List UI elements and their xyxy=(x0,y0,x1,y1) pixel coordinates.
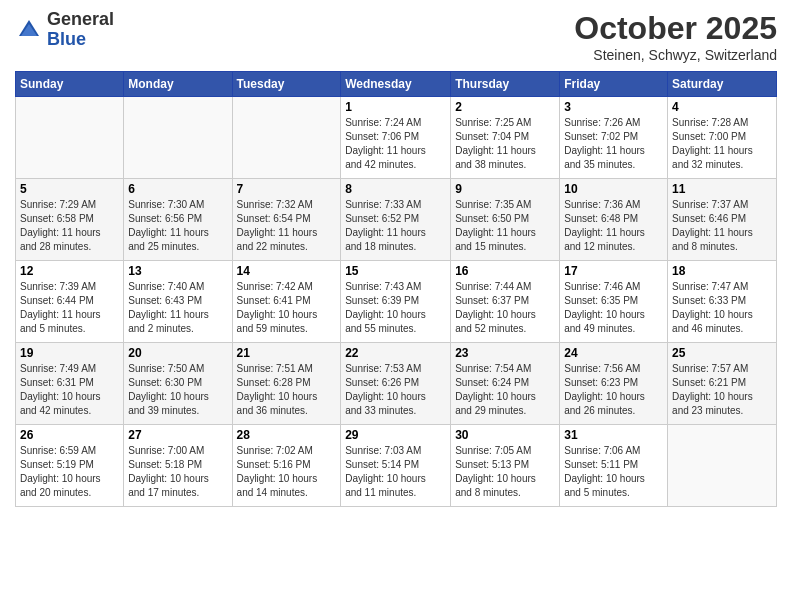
calendar-header-row: SundayMondayTuesdayWednesdayThursdayFrid… xyxy=(16,72,777,97)
title-section: October 2025 Steinen, Schwyz, Switzerlan… xyxy=(574,10,777,63)
calendar-cell: 26Sunrise: 6:59 AM Sunset: 5:19 PM Dayli… xyxy=(16,425,124,507)
day-number: 19 xyxy=(20,346,119,360)
day-info: Sunrise: 7:02 AM Sunset: 5:16 PM Dayligh… xyxy=(237,444,337,500)
calendar-cell: 19Sunrise: 7:49 AM Sunset: 6:31 PM Dayli… xyxy=(16,343,124,425)
day-info: Sunrise: 7:50 AM Sunset: 6:30 PM Dayligh… xyxy=(128,362,227,418)
day-number: 4 xyxy=(672,100,772,114)
day-number: 23 xyxy=(455,346,555,360)
day-number: 31 xyxy=(564,428,663,442)
day-number: 3 xyxy=(564,100,663,114)
day-number: 25 xyxy=(672,346,772,360)
day-number: 7 xyxy=(237,182,337,196)
day-info: Sunrise: 7:06 AM Sunset: 5:11 PM Dayligh… xyxy=(564,444,663,500)
day-number: 8 xyxy=(345,182,446,196)
calendar-week-4: 19Sunrise: 7:49 AM Sunset: 6:31 PM Dayli… xyxy=(16,343,777,425)
day-number: 2 xyxy=(455,100,555,114)
calendar-cell: 7Sunrise: 7:32 AM Sunset: 6:54 PM Daylig… xyxy=(232,179,341,261)
day-info: Sunrise: 7:39 AM Sunset: 6:44 PM Dayligh… xyxy=(20,280,119,336)
day-info: Sunrise: 7:24 AM Sunset: 7:06 PM Dayligh… xyxy=(345,116,446,172)
day-number: 10 xyxy=(564,182,663,196)
header: General Blue October 2025 Steinen, Schwy… xyxy=(15,10,777,63)
logo: General Blue xyxy=(15,10,114,50)
day-info: Sunrise: 7:25 AM Sunset: 7:04 PM Dayligh… xyxy=(455,116,555,172)
day-info: Sunrise: 7:51 AM Sunset: 6:28 PM Dayligh… xyxy=(237,362,337,418)
day-info: Sunrise: 7:42 AM Sunset: 6:41 PM Dayligh… xyxy=(237,280,337,336)
day-info: Sunrise: 7:40 AM Sunset: 6:43 PM Dayligh… xyxy=(128,280,227,336)
calendar-cell: 25Sunrise: 7:57 AM Sunset: 6:21 PM Dayli… xyxy=(668,343,777,425)
day-number: 16 xyxy=(455,264,555,278)
calendar-cell: 18Sunrise: 7:47 AM Sunset: 6:33 PM Dayli… xyxy=(668,261,777,343)
day-info: Sunrise: 7:00 AM Sunset: 5:18 PM Dayligh… xyxy=(128,444,227,500)
day-info: Sunrise: 7:54 AM Sunset: 6:24 PM Dayligh… xyxy=(455,362,555,418)
day-number: 11 xyxy=(672,182,772,196)
day-info: Sunrise: 7:36 AM Sunset: 6:48 PM Dayligh… xyxy=(564,198,663,254)
day-info: Sunrise: 7:57 AM Sunset: 6:21 PM Dayligh… xyxy=(672,362,772,418)
calendar-cell: 13Sunrise: 7:40 AM Sunset: 6:43 PM Dayli… xyxy=(124,261,232,343)
day-info: Sunrise: 7:44 AM Sunset: 6:37 PM Dayligh… xyxy=(455,280,555,336)
day-number: 12 xyxy=(20,264,119,278)
calendar-table: SundayMondayTuesdayWednesdayThursdayFrid… xyxy=(15,71,777,507)
day-number: 29 xyxy=(345,428,446,442)
logo-text: General Blue xyxy=(47,10,114,50)
calendar-cell: 5Sunrise: 7:29 AM Sunset: 6:58 PM Daylig… xyxy=(16,179,124,261)
calendar-cell xyxy=(668,425,777,507)
calendar-header-wednesday: Wednesday xyxy=(341,72,451,97)
calendar-cell: 8Sunrise: 7:33 AM Sunset: 6:52 PM Daylig… xyxy=(341,179,451,261)
day-info: Sunrise: 7:30 AM Sunset: 6:56 PM Dayligh… xyxy=(128,198,227,254)
calendar-cell: 15Sunrise: 7:43 AM Sunset: 6:39 PM Dayli… xyxy=(341,261,451,343)
day-number: 13 xyxy=(128,264,227,278)
calendar-header-thursday: Thursday xyxy=(451,72,560,97)
calendar-week-2: 5Sunrise: 7:29 AM Sunset: 6:58 PM Daylig… xyxy=(16,179,777,261)
day-info: Sunrise: 7:33 AM Sunset: 6:52 PM Dayligh… xyxy=(345,198,446,254)
day-number: 6 xyxy=(128,182,227,196)
day-number: 15 xyxy=(345,264,446,278)
calendar-cell xyxy=(16,97,124,179)
day-number: 26 xyxy=(20,428,119,442)
day-info: Sunrise: 7:49 AM Sunset: 6:31 PM Dayligh… xyxy=(20,362,119,418)
day-number: 24 xyxy=(564,346,663,360)
calendar-cell: 22Sunrise: 7:53 AM Sunset: 6:26 PM Dayli… xyxy=(341,343,451,425)
month-title: October 2025 xyxy=(574,10,777,47)
day-number: 28 xyxy=(237,428,337,442)
day-info: Sunrise: 7:53 AM Sunset: 6:26 PM Dayligh… xyxy=(345,362,446,418)
logo-icon xyxy=(15,16,43,44)
calendar-cell: 31Sunrise: 7:06 AM Sunset: 5:11 PM Dayli… xyxy=(560,425,668,507)
day-info: Sunrise: 7:05 AM Sunset: 5:13 PM Dayligh… xyxy=(455,444,555,500)
calendar-cell: 10Sunrise: 7:36 AM Sunset: 6:48 PM Dayli… xyxy=(560,179,668,261)
calendar-week-5: 26Sunrise: 6:59 AM Sunset: 5:19 PM Dayli… xyxy=(16,425,777,507)
calendar-cell xyxy=(124,97,232,179)
calendar-cell: 29Sunrise: 7:03 AM Sunset: 5:14 PM Dayli… xyxy=(341,425,451,507)
day-info: Sunrise: 7:35 AM Sunset: 6:50 PM Dayligh… xyxy=(455,198,555,254)
calendar-header-sunday: Sunday xyxy=(16,72,124,97)
calendar-cell: 9Sunrise: 7:35 AM Sunset: 6:50 PM Daylig… xyxy=(451,179,560,261)
calendar-header-saturday: Saturday xyxy=(668,72,777,97)
day-number: 27 xyxy=(128,428,227,442)
calendar-header-friday: Friday xyxy=(560,72,668,97)
day-number: 14 xyxy=(237,264,337,278)
day-info: Sunrise: 7:56 AM Sunset: 6:23 PM Dayligh… xyxy=(564,362,663,418)
calendar-cell: 16Sunrise: 7:44 AM Sunset: 6:37 PM Dayli… xyxy=(451,261,560,343)
calendar-cell: 11Sunrise: 7:37 AM Sunset: 6:46 PM Dayli… xyxy=(668,179,777,261)
day-info: Sunrise: 6:59 AM Sunset: 5:19 PM Dayligh… xyxy=(20,444,119,500)
page-container: General Blue October 2025 Steinen, Schwy… xyxy=(0,0,792,517)
day-number: 17 xyxy=(564,264,663,278)
calendar-cell: 17Sunrise: 7:46 AM Sunset: 6:35 PM Dayli… xyxy=(560,261,668,343)
day-number: 5 xyxy=(20,182,119,196)
calendar-cell: 21Sunrise: 7:51 AM Sunset: 6:28 PM Dayli… xyxy=(232,343,341,425)
day-number: 21 xyxy=(237,346,337,360)
day-number: 9 xyxy=(455,182,555,196)
logo-blue-text: Blue xyxy=(47,30,114,50)
day-info: Sunrise: 7:46 AM Sunset: 6:35 PM Dayligh… xyxy=(564,280,663,336)
calendar-cell: 20Sunrise: 7:50 AM Sunset: 6:30 PM Dayli… xyxy=(124,343,232,425)
calendar-cell: 4Sunrise: 7:28 AM Sunset: 7:00 PM Daylig… xyxy=(668,97,777,179)
day-number: 1 xyxy=(345,100,446,114)
calendar-cell: 23Sunrise: 7:54 AM Sunset: 6:24 PM Dayli… xyxy=(451,343,560,425)
calendar-cell: 24Sunrise: 7:56 AM Sunset: 6:23 PM Dayli… xyxy=(560,343,668,425)
calendar-cell: 6Sunrise: 7:30 AM Sunset: 6:56 PM Daylig… xyxy=(124,179,232,261)
day-info: Sunrise: 7:32 AM Sunset: 6:54 PM Dayligh… xyxy=(237,198,337,254)
calendar-cell: 30Sunrise: 7:05 AM Sunset: 5:13 PM Dayli… xyxy=(451,425,560,507)
calendar-cell: 3Sunrise: 7:26 AM Sunset: 7:02 PM Daylig… xyxy=(560,97,668,179)
day-info: Sunrise: 7:43 AM Sunset: 6:39 PM Dayligh… xyxy=(345,280,446,336)
day-info: Sunrise: 7:03 AM Sunset: 5:14 PM Dayligh… xyxy=(345,444,446,500)
day-info: Sunrise: 7:28 AM Sunset: 7:00 PM Dayligh… xyxy=(672,116,772,172)
